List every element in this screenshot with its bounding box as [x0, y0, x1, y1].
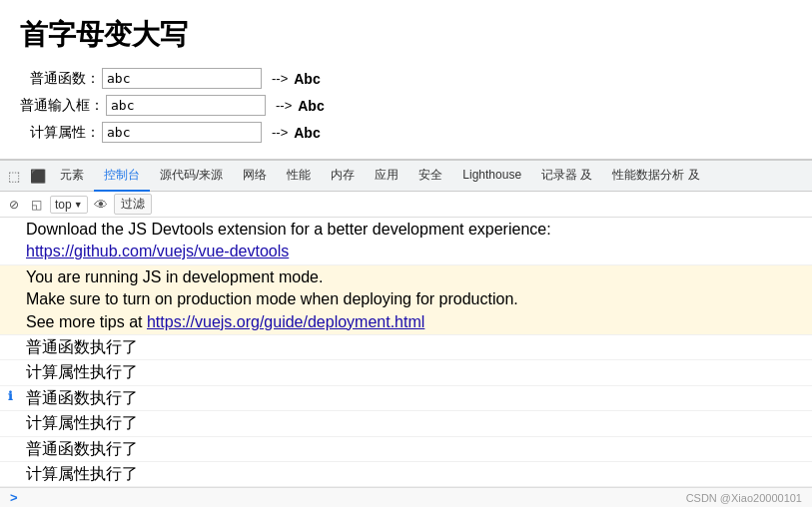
console-text-3: 普通函数执行了	[26, 387, 138, 409]
field-result-computed: Abc	[294, 125, 320, 141]
dropdown-arrow-icon: ▼	[74, 200, 83, 210]
tab-console[interactable]: 控制台	[94, 161, 150, 192]
tab-security[interactable]: 安全	[408, 161, 452, 192]
tab-elements[interactable]: 元素	[50, 161, 94, 192]
console-line-1: 普通函数执行了	[0, 335, 812, 360]
console-line-warn: You are running JS in development mode. …	[0, 265, 812, 335]
device-icon[interactable]: ⬛	[30, 168, 46, 184]
bottom-bar: > CSDN @Xiao20000101	[0, 487, 812, 507]
field-input-computed[interactable]	[102, 122, 262, 143]
field-input-function[interactable]	[102, 68, 262, 89]
console-line-content-devtools: Download the JS Devtools extension for a…	[26, 219, 804, 263]
field-label-input: 普通输入框：	[20, 97, 104, 115]
console-line-5: 普通函数执行了	[0, 437, 812, 462]
tab-lighthouse[interactable]: Lighthouse	[452, 162, 531, 190]
devtools-left-icons: ⬚ ⬛	[6, 168, 46, 184]
console-body: Download the JS Devtools extension for a…	[0, 218, 812, 494]
field-arrow-computed: -->	[272, 125, 288, 140]
console-line-content-warn: You are running JS in development mode. …	[26, 266, 804, 333]
field-row-computed: 计算属性： --> Abc	[20, 122, 792, 143]
console-text-2: 计算属性执行了	[26, 361, 138, 383]
console-line-3: ℹ 普通函数执行了	[0, 386, 812, 411]
deployment-link[interactable]: https://vuejs.org/guide/deployment.html	[147, 313, 424, 330]
main-content: 首字母变大写 普通函数： --> Abc 普通输入框： --> Abc 计算属性…	[0, 0, 812, 159]
info-circle-icon: ℹ	[8, 388, 22, 405]
tab-memory[interactable]: 内存	[321, 161, 365, 192]
console-line-4: 计算属性执行了	[0, 411, 812, 436]
console-line-6: 计算属性执行了	[0, 462, 812, 487]
console-line-2: 计算属性执行了	[0, 360, 812, 385]
console-text-1: 普通函数执行了	[26, 336, 138, 358]
console-toolbar: ⊘ ◱ top ▼ 👁 过滤	[0, 192, 812, 218]
field-input-input[interactable]	[106, 95, 266, 116]
console-text-5: 普通函数执行了	[26, 438, 138, 460]
field-row-function: 普通函数： --> Abc	[20, 68, 792, 89]
tab-recorder[interactable]: 记录器 及	[531, 161, 602, 192]
eye-icon[interactable]: 👁	[94, 197, 108, 213]
page-title: 首字母变大写	[20, 16, 792, 54]
console-text-4: 计算属性执行了	[26, 412, 138, 434]
ban-icon[interactable]: ⊘	[6, 197, 22, 213]
field-label-function: 普通函数：	[20, 70, 100, 88]
top-dropdown[interactable]: top ▼	[50, 196, 88, 214]
tab-performance[interactable]: 性能	[277, 161, 321, 192]
field-arrow-function: -->	[272, 71, 288, 86]
clear-icon[interactable]: ◱	[28, 197, 44, 213]
tab-sources[interactable]: 源代码/来源	[150, 161, 233, 192]
console-prompt-icon[interactable]: >	[10, 490, 18, 505]
console-text-devtools: Download the JS Devtools extension for a…	[26, 221, 551, 238]
devtools-tabbar: ⬚ ⬛ 元素 控制台 源代码/来源 网络 性能 内存 应用 安全 Lightho…	[0, 160, 812, 192]
devtools-link[interactable]: https://github.com/vuejs/vue-devtools	[26, 243, 289, 259]
field-arrow-input: -->	[276, 98, 292, 113]
field-result-function: Abc	[294, 71, 320, 87]
tab-network[interactable]: 网络	[233, 161, 277, 192]
top-label: top	[55, 198, 72, 212]
field-result-input: Abc	[298, 98, 324, 114]
field-row-input: 普通输入框： --> Abc	[20, 95, 792, 116]
credit-text: CSDN @Xiao20000101	[686, 492, 802, 504]
tab-application[interactable]: 应用	[365, 161, 408, 192]
tab-perf-insights[interactable]: 性能数据分析 及	[602, 161, 709, 192]
field-label-computed: 计算属性：	[20, 124, 100, 142]
devtools-container: ⬚ ⬛ 元素 控制台 源代码/来源 网络 性能 内存 应用 安全 Lightho…	[0, 159, 812, 494]
filter-button[interactable]: 过滤	[114, 194, 152, 215]
console-line-devtools: Download the JS Devtools extension for a…	[0, 218, 812, 265]
console-text-6: 计算属性执行了	[26, 463, 138, 485]
devtools-tabs: 元素 控制台 源代码/来源 网络 性能 内存 应用 安全 Lighthouse …	[50, 161, 806, 192]
inspect-icon[interactable]: ⬚	[6, 168, 22, 184]
